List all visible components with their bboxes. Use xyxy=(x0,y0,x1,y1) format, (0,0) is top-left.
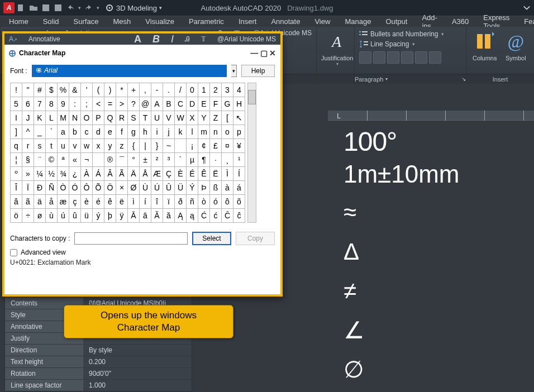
char-cell[interactable] xyxy=(175,139,187,153)
char-cell[interactable]: å xyxy=(46,195,58,209)
align-left-button[interactable] xyxy=(359,51,371,64)
char-cell[interactable]: Á xyxy=(93,167,104,181)
menu-surface[interactable]: Surface xyxy=(67,16,106,27)
char-cell[interactable]: í xyxy=(140,195,151,209)
char-cell[interactable]: Ë xyxy=(210,167,222,181)
char-cell[interactable]: ª xyxy=(58,153,69,167)
bullets-button[interactable]: Bullets and Numbering▾ xyxy=(359,30,444,38)
char-cell[interactable]: ú xyxy=(58,209,69,223)
char-cell[interactable]: ¡ xyxy=(187,139,198,153)
char-cell[interactable]: á xyxy=(233,181,245,195)
characters-to-copy-input[interactable] xyxy=(74,232,188,245)
char-cell[interactable]: J xyxy=(22,111,34,125)
char-cell[interactable]: £ xyxy=(210,139,222,153)
char-cell[interactable]: w xyxy=(81,139,93,153)
char-cell[interactable]: Î xyxy=(11,181,22,195)
char-grid[interactable]: !"#$%&'()*+,-./0123456789:;<=>?@ABCDEFGH… xyxy=(10,83,245,223)
char-cell[interactable]: ý xyxy=(93,209,104,223)
char-cell[interactable]: Ć xyxy=(198,209,210,223)
char-cell[interactable]: P xyxy=(93,111,104,125)
close-button[interactable]: ✕ xyxy=(269,49,276,58)
char-cell[interactable]: ´ xyxy=(175,153,187,167)
justification-button[interactable]: A Justification ▾ xyxy=(321,29,353,66)
char-cell[interactable]: Ú xyxy=(151,181,163,195)
char-cell[interactable]: ~ xyxy=(163,139,175,153)
property-row[interactable]: Text height0.200 xyxy=(5,356,192,367)
char-cell[interactable]: Å xyxy=(140,167,151,181)
advanced-view-checkbox[interactable] xyxy=(10,249,17,256)
align-center-button[interactable] xyxy=(373,51,385,64)
align-justify-button[interactable] xyxy=(401,51,413,64)
char-cell[interactable]: ô xyxy=(222,195,233,209)
select-button[interactable]: Select xyxy=(192,232,231,245)
char-cell[interactable]: H xyxy=(233,97,245,111)
char-cell[interactable]: > xyxy=(116,97,128,111)
char-cell[interactable]: è xyxy=(81,195,93,209)
char-cell[interactable]: s xyxy=(34,139,46,153)
char-cell[interactable]: Ï xyxy=(22,181,34,195)
char-cell[interactable]: ç xyxy=(69,195,81,209)
char-cell[interactable]: þ xyxy=(104,209,116,223)
char-cell[interactable]: Ê xyxy=(198,167,210,181)
char-cell[interactable]: Í xyxy=(233,167,245,181)
char-cell[interactable]: k xyxy=(175,125,187,139)
char-cell[interactable]: § xyxy=(22,153,34,167)
char-cell[interactable]: / xyxy=(175,83,187,97)
property-row[interactable]: Line space factor1.000 xyxy=(5,379,192,391)
char-cell[interactable]: z xyxy=(116,139,128,153)
char-cell[interactable]: ï xyxy=(163,195,175,209)
char-cell[interactable]: c xyxy=(81,125,93,139)
columns-button[interactable]: Columns xyxy=(473,29,497,61)
char-cell[interactable]: ` xyxy=(46,125,58,139)
help-button[interactable]: Help xyxy=(241,65,275,77)
char-cell[interactable]: · xyxy=(210,153,222,167)
linespacing-button[interactable]: Line Spacing▾ xyxy=(359,40,415,48)
char-cell[interactable]: Ñ xyxy=(46,181,58,195)
char-cell[interactable]: Ô xyxy=(81,181,93,195)
char-cell[interactable]: © xyxy=(46,153,58,167)
char-cell[interactable]: m xyxy=(198,125,210,139)
menu-view[interactable]: View xyxy=(308,16,337,27)
menu-visualize[interactable]: Visualize xyxy=(139,16,181,27)
char-cell[interactable]: n xyxy=(210,125,222,139)
char-cell[interactable]: ¶ xyxy=(198,153,210,167)
char-cell[interactable]: ¬ xyxy=(81,153,93,167)
char-cell[interactable]: Ü xyxy=(175,181,187,195)
align-distributed-button[interactable] xyxy=(415,51,427,64)
char-cell[interactable]: F xyxy=(210,97,222,111)
char-cell[interactable]: = xyxy=(104,97,116,111)
char-cell[interactable]: ¿ xyxy=(69,167,81,181)
char-cell[interactable]: ; xyxy=(81,97,93,111)
char-cell[interactable]: f xyxy=(116,125,128,139)
char-cell[interactable]: x xyxy=(93,139,104,153)
char-cell[interactable]: Â xyxy=(104,167,116,181)
redo-dropdown-icon[interactable]: ▾ xyxy=(97,5,99,11)
undo-dropdown-icon[interactable]: ▾ xyxy=(78,5,81,11)
char-cell[interactable]: h xyxy=(140,125,151,139)
char-cell[interactable]: I xyxy=(11,111,22,125)
char-cell[interactable]: Ą xyxy=(175,209,187,223)
char-cell[interactable]: 6 xyxy=(22,97,34,111)
char-cell[interactable]: ä xyxy=(34,195,46,209)
char-cell[interactable]: - xyxy=(151,83,163,97)
char-cell[interactable]: # xyxy=(34,83,46,97)
char-cell[interactable]: ā xyxy=(140,209,151,223)
char-cell[interactable]: º xyxy=(11,167,22,181)
dialog-launcher-icon[interactable]: ↘ xyxy=(461,76,466,82)
char-cell[interactable]: ¥ xyxy=(233,139,245,153)
char-cell[interactable]: ü xyxy=(81,209,93,223)
char-cell[interactable]: Û xyxy=(163,181,175,195)
menu-annotate[interactable]: Annotate xyxy=(264,16,307,27)
copy-button[interactable]: Copy xyxy=(236,232,275,245)
text-ruler[interactable]: L xyxy=(328,111,534,121)
maximize-button[interactable]: ▢ xyxy=(260,49,268,58)
char-cell[interactable]: Æ xyxy=(151,167,163,181)
char-cell[interactable]: ć xyxy=(210,209,222,223)
ruler-tab-L[interactable]: L xyxy=(335,111,343,121)
property-row[interactable]: DirectionBy style xyxy=(5,344,192,356)
char-cell[interactable]: È xyxy=(175,167,187,181)
char-cell[interactable]: ß xyxy=(210,181,222,195)
menu-output[interactable]: Output xyxy=(379,16,414,27)
char-cell[interactable]: a xyxy=(58,125,69,139)
char-cell[interactable]: ! xyxy=(11,83,22,97)
